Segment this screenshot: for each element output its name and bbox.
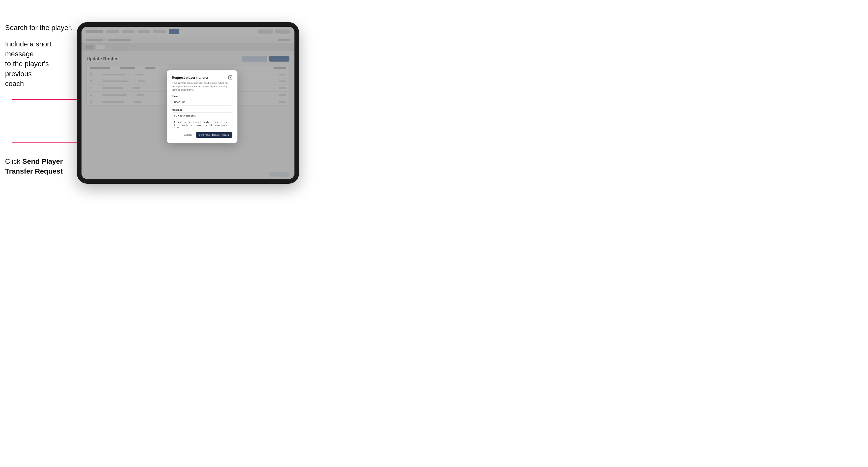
ipad-screen: / Update Roster [82,27,294,179]
modal-header: Request player transfer × [172,75,232,80]
annotation-message: Include a short message to the player's … [5,39,71,89]
request-transfer-modal: Request player transfer × If the player … [167,70,238,143]
arrow-vertical-1 [12,74,12,99]
modal-footer: Cancel Send Player Transfer Request [172,132,232,138]
modal-player-label: Player [172,95,232,98]
player-input[interactable] [172,99,232,105]
message-textarea[interactable]: Hi Coach McHarg, Please accept this tran… [172,113,232,128]
modal-close-button[interactable]: × [228,75,232,80]
send-transfer-request-button[interactable]: Send Player Transfer Request [196,132,232,138]
modal-title: Request player transfer [172,76,209,80]
arrow-vertical-start-2 [12,142,12,151]
annotation-search: Search for the player. [5,23,72,33]
modal-overlay: Request player transfer × If the player … [82,27,294,179]
ipad-device: / Update Roster [77,22,299,184]
cancel-button[interactable]: Cancel [182,132,194,137]
modal-message-label: Message [172,108,232,111]
modal-description: If the player is transferring from anoth… [172,82,232,92]
annotation-click: Click Send Player Transfer Request [5,156,71,176]
